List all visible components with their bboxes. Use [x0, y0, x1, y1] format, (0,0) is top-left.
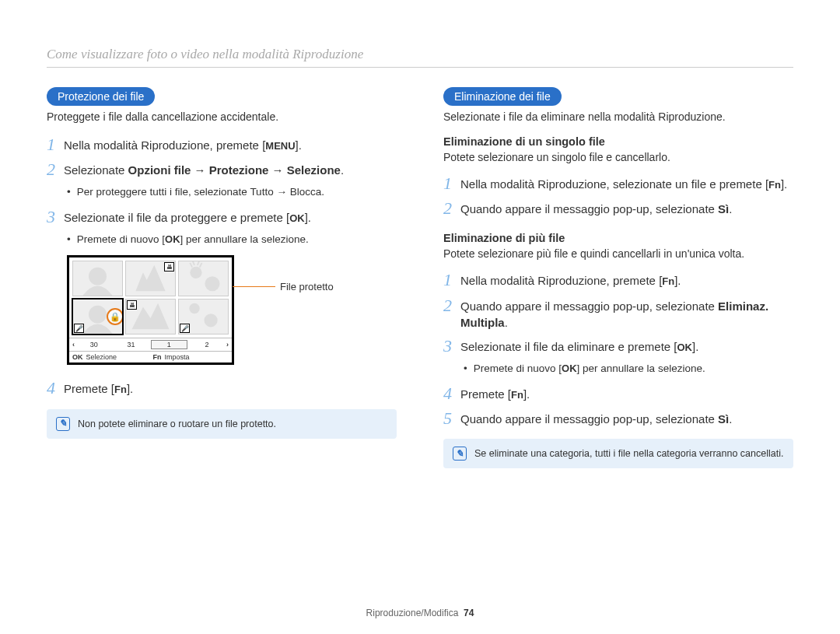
- text: .: [729, 202, 732, 215]
- multi-delete-desc: Potete selezionare più file e quindi can…: [443, 247, 793, 260]
- step-number: 3: [443, 337, 460, 356]
- left-step-3-bullet: • Premete di nuovo [OK] per annullare la…: [67, 233, 397, 247]
- text: Selezionate il file da proteggere e prem…: [64, 211, 289, 224]
- right-multi-step-1: 1 Nella modalità Riproduzione, premete […: [443, 271, 793, 289]
- right-column: Eliminazione dei file Selezionate i file…: [443, 87, 793, 468]
- right-single-step-1: 1 Nella modalità Riproduzione, seleziona…: [443, 174, 793, 193]
- text: Premete di nuovo [: [77, 233, 165, 245]
- text: Quando appare il messaggio pop-up, selez…: [460, 299, 718, 313]
- screen-bottom-bar: OK Selezione Fn Imposta: [69, 352, 232, 363]
- voice-memo-icon: 🎤: [180, 324, 190, 333]
- bold-text: Sì: [718, 412, 729, 426]
- step-number: 2: [47, 160, 64, 179]
- left-step-3: 3 Selezionate il file da proteggere e pr…: [47, 208, 397, 226]
- step-text: Premete [Fn].: [460, 384, 530, 402]
- step-text: Nella modalità Riproduzione, premete [Fn…: [460, 271, 681, 289]
- bold-text: Sì: [718, 202, 729, 215]
- date-strip: ‹ 30 31 1 2 ›: [69, 338, 232, 352]
- note-box-right: ✎ Se eliminate una categoria, tutti i fi…: [443, 439, 793, 468]
- text: ].: [692, 340, 698, 353]
- text: Nella modalità Riproduzione, premete [: [64, 138, 265, 152]
- step-number: 2: [443, 199, 460, 218]
- step-number: 5: [443, 409, 460, 428]
- fn-button-label: Fn: [662, 275, 674, 289]
- bullet-icon: •: [464, 362, 467, 377]
- right-single-step-2: 2 Quando appare il messaggio pop-up, sel…: [443, 199, 793, 218]
- svg-point-1: [190, 267, 201, 278]
- note-text: Non potete eliminare o ruotare un file p…: [78, 417, 276, 430]
- day: 2: [189, 341, 225, 349]
- print-icon: 🖶: [127, 300, 137, 310]
- step-text: Quando appare il messaggio pop-up, selez…: [460, 409, 732, 427]
- text: .: [341, 163, 344, 177]
- step-text: Premete [Fn].: [64, 379, 133, 397]
- svg-point-3: [89, 306, 107, 324]
- step-number: 2: [443, 296, 460, 315]
- thumbnail: 🎤: [178, 299, 229, 335]
- text: .: [505, 316, 508, 329]
- fn-indicator-label: Imposta: [165, 353, 190, 361]
- svg-point-4: [189, 303, 199, 313]
- ok-button-label: OK: [165, 233, 180, 247]
- right-multi-step-3: 3 Selezionate il file da eliminare e pre…: [443, 337, 793, 356]
- text: Nella modalità Riproduzione, premete [: [460, 274, 662, 287]
- ok-indicator: OK: [72, 353, 83, 361]
- bold-text: Tutto → Blocca: [250, 186, 321, 198]
- page-header: Come visualizzare foto o video nella mod…: [47, 47, 793, 68]
- step-number: 3: [47, 208, 64, 226]
- left-step-1: 1 Nella modalità Riproduzione, premete […: [47, 135, 397, 154]
- fn-button-label: Fn: [511, 388, 523, 402]
- text: ].: [305, 211, 311, 224]
- text: Nella modalità Riproduzione, selezionate…: [460, 177, 768, 191]
- text: Selezionate il file da eliminare e preme…: [460, 340, 677, 353]
- bold-text: Opzioni file → Protezione → Selezione: [128, 163, 341, 177]
- content-columns: Protezione dei file Proteggete i file da…: [47, 87, 793, 468]
- left-step-2: 2 Selezionate Opzioni file → Protezione …: [47, 160, 397, 179]
- voice-memo-icon: 🎤: [74, 324, 84, 333]
- text: .: [321, 186, 324, 198]
- callout-line: [233, 286, 275, 287]
- step-text: Nella modalità Riproduzione, premete [ME…: [64, 135, 302, 153]
- fn-button-label: Fn: [114, 383, 127, 397]
- fn-indicator: Fn: [153, 353, 162, 361]
- text: ].: [674, 274, 681, 287]
- callout-label: File protetto: [280, 281, 334, 292]
- day: 31: [114, 341, 149, 349]
- bullet-icon: •: [67, 233, 71, 247]
- right-multi-step-2: 2 Quando appare il messaggio pop-up, sel…: [443, 296, 793, 331]
- svg-point-5: [204, 314, 217, 328]
- bullet-icon: •: [67, 185, 71, 200]
- print-icon: 🖶: [164, 262, 174, 271]
- text: .: [729, 412, 732, 426]
- svg-point-0: [89, 268, 107, 285]
- text: Premete [: [460, 387, 511, 401]
- lock-icon: 🔒: [107, 308, 123, 325]
- deletion-desc: Selezionate i file da eliminare nella mo…: [443, 110, 793, 123]
- step-text: Selezionate Opzioni file → Protezione → …: [64, 160, 344, 178]
- thumbnail: [72, 261, 123, 296]
- next-arrow-icon: ›: [226, 341, 229, 349]
- single-delete-desc: Potete selezionare un singolo file e can…: [443, 151, 793, 163]
- svg-point-2: [205, 276, 219, 291]
- camera-screen-illustration: 🖶 🎤 🔒 🖶 🎤: [67, 255, 397, 365]
- thumbnail: 🖶: [125, 299, 176, 335]
- right-multi-step-5: 5 Quando appare il messaggio pop-up, sel…: [443, 409, 793, 428]
- multi-delete-heading: Eliminazione di più file: [443, 232, 793, 244]
- protection-desc: Proteggete i file dalla cancellazione ac…: [47, 110, 397, 123]
- page-number: 74: [464, 608, 474, 618]
- ok-button-label: OK: [677, 341, 692, 355]
- step-text: Quando appare il messaggio pop-up, selez…: [460, 296, 793, 331]
- text: ] per annullare la selezione.: [180, 233, 309, 245]
- thumbnail: 🖶: [125, 261, 176, 296]
- step-text: Selezionate il file da proteggere e prem…: [64, 208, 311, 226]
- step-number: 4: [443, 384, 460, 403]
- fn-button-label: Fn: [768, 178, 781, 192]
- note-icon: ✎: [453, 447, 467, 461]
- text: Quando appare il messaggio pop-up, selez…: [460, 202, 718, 215]
- step-text: Nella modalità Riproduzione, selezionate…: [460, 174, 787, 192]
- text: ].: [296, 138, 302, 152]
- step-number: 1: [443, 271, 460, 289]
- footer-section: Riproduzione/Modifica: [366, 608, 459, 618]
- day-current: 1: [151, 340, 188, 349]
- note-text: Se eliminate una categoria, tutti i file…: [474, 447, 783, 460]
